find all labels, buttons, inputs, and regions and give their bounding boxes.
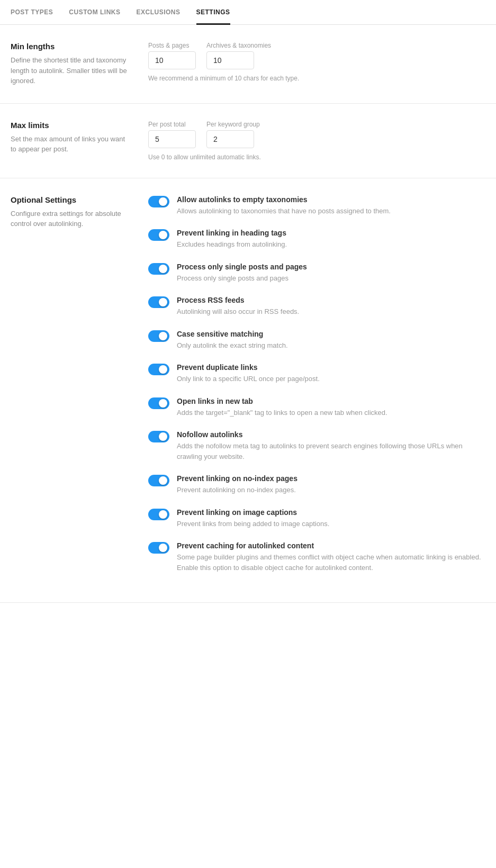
max-limits-section: Max limits Set the max amount of links y… xyxy=(0,104,496,178)
toggle-desc-prevent-duplicate: Only link to a specific URL once per pag… xyxy=(177,374,485,384)
toggle-title-prevent-duplicate: Prevent duplicate links xyxy=(177,363,485,372)
nav-tab-custom-links[interactable]: CUSTOM LINKS xyxy=(69,0,120,25)
toggle-content-nofollow: Nofollow autolinksAdds the nofollow meta… xyxy=(177,430,485,462)
optional-settings-description: Configure extra settings for absolute co… xyxy=(11,209,127,229)
toggle-switch-process-single-posts[interactable] xyxy=(148,263,169,275)
toggle-switch-prevent-noindex[interactable] xyxy=(148,475,169,486)
toggle-switch-prevent-duplicate[interactable] xyxy=(148,364,169,375)
per-post-label: Per post total xyxy=(148,121,196,128)
toggle-content-prevent-heading-tags: Prevent linking in heading tagsExcludes … xyxy=(177,229,485,250)
toggle-switch-prevent-heading-tags[interactable] xyxy=(148,229,169,241)
per-keyword-wrap: Per keyword group xyxy=(206,121,260,148)
toggle-title-prevent-image-captions: Prevent linking on image captions xyxy=(177,508,485,517)
posts-pages-wrap: Posts & pages xyxy=(148,42,196,69)
toggle-switch-open-new-tab[interactable] xyxy=(148,397,169,409)
toggle-title-prevent-heading-tags: Prevent linking in heading tags xyxy=(177,229,485,237)
archives-taxonomies-input[interactable] xyxy=(206,51,254,69)
per-post-wrap: Per post total xyxy=(148,121,196,148)
toggle-switch-process-rss[interactable] xyxy=(148,296,169,308)
toggle-row-prevent-noindex: Prevent linking on no-index pagesPrevent… xyxy=(148,474,485,495)
toggle-desc-prevent-image-captions: Prevent links from being added to image … xyxy=(177,519,485,529)
toggle-desc-process-single-posts: Process only single posts and pages xyxy=(177,273,485,284)
toggle-row-nofollow: Nofollow autolinksAdds the nofollow meta… xyxy=(148,430,485,462)
toggle-row-open-new-tab: Open links in new tabAdds the target="_b… xyxy=(148,397,485,418)
max-limits-title: Max limits xyxy=(11,121,127,130)
archives-taxonomies-wrap: Archives & taxonomies xyxy=(206,42,271,69)
toggle-content-case-sensitive: Case sensitive matchingOnly autolink the… xyxy=(177,330,485,351)
toggle-title-nofollow: Nofollow autolinks xyxy=(177,430,485,439)
toggle-row-allow-autolinks-empty: Allow autolinks to empty taxonomiesAllow… xyxy=(148,195,485,216)
min-lengths-title: Min lengths xyxy=(11,42,127,51)
toggle-desc-prevent-heading-tags: Excludes headings from autolinking. xyxy=(177,239,485,250)
toggle-title-prevent-caching: Prevent caching for autolinked content xyxy=(177,541,485,550)
toggle-content-process-single-posts: Process only single posts and pagesProce… xyxy=(177,263,485,284)
min-lengths-left: Min lengths Define the shortest title an… xyxy=(11,42,127,86)
toggle-title-process-rss: Process RSS feeds xyxy=(177,296,485,304)
toggle-content-prevent-caching: Prevent caching for autolinked contentSo… xyxy=(177,541,485,573)
min-lengths-hint: We recommend a minimum of 10 chars for e… xyxy=(148,75,485,82)
toggle-desc-process-rss: Autolinking will also occur in RSS feeds… xyxy=(177,306,485,317)
toggle-row-prevent-heading-tags: Prevent linking in heading tagsExcludes … xyxy=(148,229,485,250)
toggle-row-prevent-caching: Prevent caching for autolinked contentSo… xyxy=(148,541,485,573)
toggle-title-prevent-noindex: Prevent linking on no-index pages xyxy=(177,474,485,483)
nav-tab-exclusions[interactable]: EXCLUSIONS xyxy=(136,0,180,25)
optional-settings-title: Optional Settings xyxy=(11,195,127,204)
toggle-switch-case-sensitive[interactable] xyxy=(148,330,169,342)
toggle-switch-prevent-caching[interactable] xyxy=(148,542,169,554)
nav-tabs: POST TYPESCUSTOM LINKSEXCLUSIONSSETTINGS xyxy=(0,0,496,25)
toggle-content-prevent-noindex: Prevent linking on no-index pagesPrevent… xyxy=(177,474,485,495)
archives-taxonomies-label: Archives & taxonomies xyxy=(206,42,271,49)
toggle-desc-prevent-noindex: Prevent autolinking on no-index pages. xyxy=(177,485,485,495)
posts-pages-input[interactable] xyxy=(148,51,196,69)
toggle-content-prevent-duplicate: Prevent duplicate linksOnly link to a sp… xyxy=(177,363,485,384)
toggle-desc-case-sensitive: Only autolink the exact string match. xyxy=(177,340,485,351)
max-limits-right: Per post total Per keyword group Use 0 t… xyxy=(148,121,485,161)
toggle-row-prevent-duplicate: Prevent duplicate linksOnly link to a sp… xyxy=(148,363,485,384)
toggle-content-open-new-tab: Open links in new tabAdds the target="_b… xyxy=(177,397,485,418)
optional-settings-right: Allow autolinks to empty taxonomiesAllow… xyxy=(148,195,485,586)
toggle-content-process-rss: Process RSS feedsAutolinking will also o… xyxy=(177,296,485,317)
toggle-title-case-sensitive: Case sensitive matching xyxy=(177,330,485,338)
toggle-switch-nofollow[interactable] xyxy=(148,431,169,442)
toggle-title-process-single-posts: Process only single posts and pages xyxy=(177,263,485,271)
toggle-content-allow-autolinks-empty: Allow autolinks to empty taxonomiesAllow… xyxy=(177,195,485,216)
posts-pages-label: Posts & pages xyxy=(148,42,196,49)
toggle-row-process-single-posts: Process only single posts and pagesProce… xyxy=(148,263,485,284)
toggle-title-allow-autolinks-empty: Allow autolinks to empty taxonomies xyxy=(177,195,485,204)
toggle-row-process-rss: Process RSS feedsAutolinking will also o… xyxy=(148,296,485,317)
per-keyword-label: Per keyword group xyxy=(206,121,260,128)
toggle-desc-prevent-caching: Some page builder plugins and themes con… xyxy=(177,552,485,573)
min-lengths-description: Define the shortest title and taxonomy l… xyxy=(11,55,127,86)
toggle-desc-allow-autolinks-empty: Allows autolinking to taxonomies that ha… xyxy=(177,206,485,216)
toggle-content-prevent-image-captions: Prevent linking on image captionsPrevent… xyxy=(177,508,485,529)
nav-tab-settings[interactable]: SETTINGS xyxy=(196,0,230,25)
optional-settings-left: Optional Settings Configure extra settin… xyxy=(11,195,127,586)
toggle-desc-nofollow: Adds the nofollow meta tag to autolinks … xyxy=(177,441,485,462)
max-limits-description: Set the max amount of links you want to … xyxy=(11,134,127,155)
per-post-input[interactable] xyxy=(148,130,196,148)
toggle-desc-open-new-tab: Adds the target="_blank" tag to links to… xyxy=(177,408,485,418)
toggle-row-case-sensitive: Case sensitive matchingOnly autolink the… xyxy=(148,330,485,351)
max-limits-hint: Use 0 to allow unlimited automatic links… xyxy=(148,153,485,161)
optional-settings-section: Optional Settings Configure extra settin… xyxy=(0,178,496,603)
min-lengths-right: Posts & pages Archives & taxonomies We r… xyxy=(148,42,485,86)
toggle-switch-allow-autolinks-empty[interactable] xyxy=(148,196,169,207)
max-limits-left: Max limits Set the max amount of links y… xyxy=(11,121,127,161)
toggle-switch-prevent-image-captions[interactable] xyxy=(148,509,169,520)
toggle-row-prevent-image-captions: Prevent linking on image captionsPrevent… xyxy=(148,508,485,529)
per-keyword-input[interactable] xyxy=(206,130,254,148)
toggle-title-open-new-tab: Open links in new tab xyxy=(177,397,485,405)
min-lengths-section: Min lengths Define the shortest title an… xyxy=(0,25,496,104)
nav-tab-post-types[interactable]: POST TYPES xyxy=(11,0,53,25)
min-lengths-inputs: Posts & pages Archives & taxonomies xyxy=(148,42,485,69)
max-limits-inputs: Per post total Per keyword group xyxy=(148,121,485,148)
